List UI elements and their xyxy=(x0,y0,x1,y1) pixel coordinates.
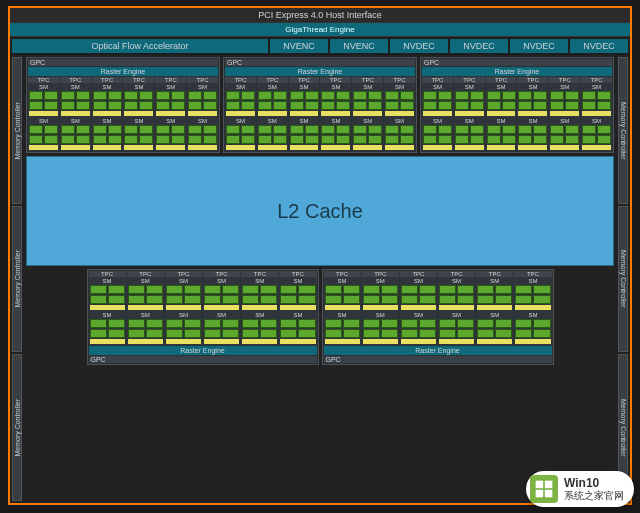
sm-label: SM xyxy=(280,312,315,318)
tpc-block: TPCSMSM xyxy=(289,77,320,151)
cuda-core xyxy=(203,91,217,100)
cuda-core xyxy=(29,101,43,110)
sm-label: SM xyxy=(582,84,611,90)
rt-core xyxy=(290,145,319,150)
gpc-label: GPC xyxy=(89,356,317,363)
rt-core xyxy=(423,111,452,116)
sm-label: SM xyxy=(518,118,547,124)
cuda-core xyxy=(470,135,484,144)
cuda-core xyxy=(93,125,107,134)
rt-core xyxy=(156,111,185,116)
cuda-core xyxy=(385,91,399,100)
cuda-core xyxy=(582,101,596,110)
cuda-core xyxy=(439,295,456,304)
cuda-core xyxy=(260,285,277,294)
cuda-core xyxy=(128,285,145,294)
cuda-core xyxy=(353,135,367,144)
sm-label: SM xyxy=(29,118,58,124)
cuda-core xyxy=(305,101,319,110)
tpc-block: TPCSMSM xyxy=(203,271,240,345)
sm-label: SM xyxy=(90,278,125,284)
cuda-core xyxy=(93,101,107,110)
cuda-core xyxy=(438,101,452,110)
rt-core xyxy=(423,145,452,150)
cuda-core xyxy=(533,125,547,134)
cuda-core xyxy=(381,329,398,338)
cuda-core xyxy=(363,295,380,304)
svg-rect-0 xyxy=(536,481,544,489)
cuda-core xyxy=(166,285,183,294)
sm-label: SM xyxy=(204,312,239,318)
cuda-core xyxy=(495,285,512,294)
optical-flow-accelerator: Optical Flow Accelerator xyxy=(12,39,268,53)
cuda-core xyxy=(597,135,611,144)
gpc-block: GPCRaster EngineTPCSMSMTPCSMSMTPCSMSMTPC… xyxy=(223,57,417,153)
cuda-core xyxy=(188,101,202,110)
cuda-core xyxy=(495,295,512,304)
memory-controller: Memory Controller xyxy=(12,57,22,204)
sm-label: SM xyxy=(290,118,319,124)
sm-label: SM xyxy=(258,84,287,90)
cuda-core xyxy=(400,135,414,144)
cuda-core xyxy=(533,329,550,338)
cuda-core xyxy=(502,135,516,144)
nvenc-block: NVENC xyxy=(330,39,388,53)
engine-row: Optical Flow Accelerator NVENC NVENC NVD… xyxy=(10,37,630,55)
watermark-title: Win10 xyxy=(564,477,624,490)
cuda-core xyxy=(533,101,547,110)
cuda-core xyxy=(495,329,512,338)
cuda-core xyxy=(439,329,456,338)
cuda-core xyxy=(550,125,564,134)
rt-core xyxy=(477,339,512,344)
memory-controller: Memory Controller xyxy=(618,206,628,353)
cuda-core xyxy=(241,135,255,144)
cuda-core xyxy=(597,125,611,134)
gpc-block: TPCSMSMTPCSMSMTPCSMSMTPCSMSMTPCSMSMTPCSM… xyxy=(322,269,554,365)
rt-core xyxy=(487,145,516,150)
cuda-core xyxy=(222,285,239,294)
cuda-core xyxy=(438,135,452,144)
cuda-core xyxy=(188,135,202,144)
rt-core xyxy=(515,339,550,344)
rt-core xyxy=(156,145,185,150)
sm-label: SM xyxy=(550,84,579,90)
cuda-core xyxy=(321,125,335,134)
cuda-core xyxy=(290,125,304,134)
cuda-core xyxy=(401,319,418,328)
cuda-core xyxy=(108,319,125,328)
cuda-core xyxy=(222,329,239,338)
rt-core xyxy=(401,339,436,344)
sm-label: SM xyxy=(363,278,398,284)
cuda-core xyxy=(93,135,107,144)
cuda-core xyxy=(171,135,185,144)
sm-label: SM xyxy=(325,278,360,284)
cuda-core xyxy=(515,285,532,294)
cuda-core xyxy=(515,295,532,304)
nvdec-block: NVDEC xyxy=(570,39,628,53)
cuda-core xyxy=(90,319,107,328)
cuda-core xyxy=(90,285,107,294)
rt-core xyxy=(515,305,550,310)
sm-label: SM xyxy=(439,278,474,284)
cuda-core xyxy=(273,125,287,134)
cuda-core xyxy=(423,135,437,144)
cuda-core xyxy=(550,135,564,144)
raster-engine: Raster Engine xyxy=(89,346,317,355)
cuda-core xyxy=(171,101,185,110)
tpc-block: TPCSMSM xyxy=(581,77,612,151)
sm-label: SM xyxy=(204,278,239,284)
cuda-core xyxy=(336,135,350,144)
cuda-core xyxy=(487,135,501,144)
tpc-block: TPCSMSM xyxy=(320,77,351,151)
cuda-core xyxy=(90,329,107,338)
rt-core xyxy=(439,339,474,344)
cuda-core xyxy=(298,319,315,328)
rt-core xyxy=(128,339,163,344)
windows-icon xyxy=(530,475,558,503)
cuda-core xyxy=(260,295,277,304)
cuda-core xyxy=(242,295,259,304)
cuda-core xyxy=(457,295,474,304)
rt-core xyxy=(477,305,512,310)
cuda-core xyxy=(419,319,436,328)
rt-core xyxy=(280,339,315,344)
